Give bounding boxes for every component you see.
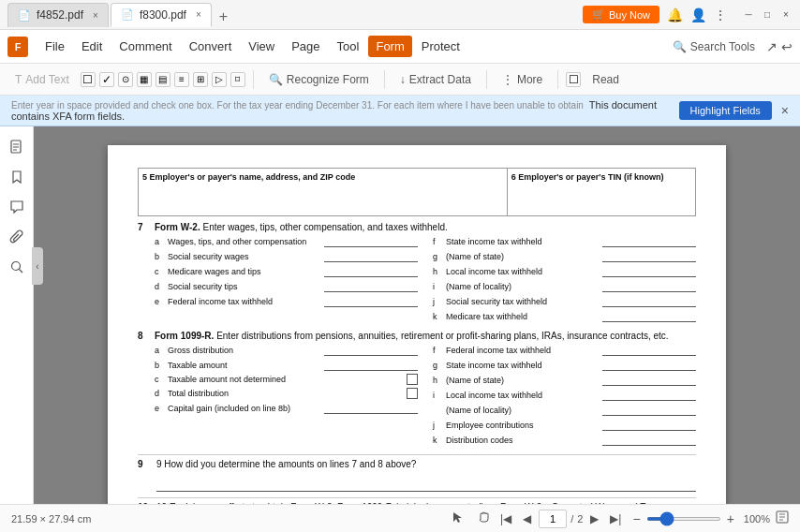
sidebar-collapse-handle[interactable]: ‹ xyxy=(32,247,43,285)
search-tools-area: 🔍 Search Tools ↗ ↩ xyxy=(673,39,793,54)
read-button[interactable]: Read xyxy=(585,70,627,89)
menu-tool[interactable]: Tool xyxy=(330,36,367,57)
field-tool-5[interactable]: ▤ xyxy=(156,72,170,87)
row-8: 8 Form 1099-R. Enter distributions from … xyxy=(138,331,696,449)
r1099-j-label: Employee contributions xyxy=(446,421,599,430)
menu-protect[interactable]: Protect xyxy=(414,36,467,57)
add-text-button[interactable]: T Add Text xyxy=(7,70,77,89)
field-5-input xyxy=(142,184,503,212)
bottom-bar: 21.59 × 27.94 cm |◀ ◀ / 2 ▶ ▶| − + 100% xyxy=(0,504,800,532)
field-tool-4[interactable]: ▦ xyxy=(137,72,152,87)
menu-comment[interactable]: Comment xyxy=(111,36,179,57)
extract-icon: ↓ xyxy=(400,73,406,86)
sidebar-pages-icon[interactable] xyxy=(4,134,30,160)
menu-page[interactable]: Page xyxy=(284,36,327,57)
toolbar-sep-1 xyxy=(253,70,254,89)
w2-i-input xyxy=(602,280,696,292)
notification-close-button[interactable]: × xyxy=(781,103,789,118)
w2-c-letter: c xyxy=(155,267,164,276)
tab-label-2: f8300.pdf xyxy=(140,8,186,22)
tab-close-1[interactable]: × xyxy=(93,10,98,21)
sidebar-search-icon[interactable] xyxy=(4,254,30,280)
svg-line-5 xyxy=(19,270,22,273)
w2-k-input xyxy=(602,310,696,322)
user-icon: 👤 xyxy=(690,7,706,22)
r1099-e: e Capital gain (included on line 8b) xyxy=(155,402,418,414)
r1099-d: d Total distribution xyxy=(155,388,418,399)
next-page-button[interactable]: ▶ xyxy=(586,510,602,527)
tab-close-2[interactable]: × xyxy=(196,9,201,20)
w2-j: j Social security tax withheld xyxy=(433,295,696,307)
recognize-form-button[interactable]: 🔍 Recognize Form xyxy=(261,70,377,89)
sidebar-bookmarks-icon[interactable] xyxy=(4,164,30,190)
w2-h-input xyxy=(602,265,696,277)
r1099-c-label: Taxable amount not determined xyxy=(168,375,403,384)
more-button[interactable]: ⋮ More xyxy=(495,70,550,89)
w2-d-letter: d xyxy=(155,282,164,291)
page-size-text: 21.59 × 27.94 cm xyxy=(11,513,91,525)
zoom-in-button[interactable]: + xyxy=(727,511,734,526)
first-page-button[interactable]: |◀ xyxy=(496,510,515,527)
field-6-input xyxy=(511,182,691,210)
w2-i-label: (Name of locality) xyxy=(446,282,599,291)
w2-a: a Wages, tips, and other compensation xyxy=(155,235,418,247)
row-10-text: 10 Explain your efforts to obtain Form W… xyxy=(156,502,696,504)
r1099-h-label: (Name of state) xyxy=(446,376,599,385)
menu-edit[interactable]: Edit xyxy=(74,36,110,57)
more-icon: ⋮ xyxy=(502,73,513,86)
field-tool-7[interactable]: ⊞ xyxy=(193,72,208,87)
r1099-a-input xyxy=(324,344,418,356)
menu-convert[interactable]: Convert xyxy=(182,36,240,57)
w2-j-label: Social security tax withheld xyxy=(446,297,599,306)
restore-button[interactable]: □ xyxy=(761,8,774,22)
page-input[interactable] xyxy=(539,510,567,528)
cursor-tool-button[interactable] xyxy=(448,509,468,528)
r1099-j-letter: j xyxy=(433,421,442,430)
extract-data-button[interactable]: ↓ Extract Data xyxy=(393,70,479,89)
pdf-page-wrapper[interactable]: 5 Employer's or payer's name, address, a… xyxy=(34,126,800,504)
field-tool-6[interactable]: ≡ xyxy=(174,72,189,87)
app-logo: F xyxy=(7,37,28,57)
r1099-d-checkbox xyxy=(407,388,418,399)
r1099-d-letter: d xyxy=(155,389,164,398)
r1099-loc-input xyxy=(602,404,696,416)
zoom-slider[interactable] xyxy=(646,517,721,521)
tab-f4852[interactable]: 📄 f4852.pdf × xyxy=(7,3,109,27)
field-tool-1[interactable]: ☐ xyxy=(81,72,96,87)
undo-icon[interactable]: ↩ xyxy=(781,39,793,54)
buy-now-button[interactable]: 🛒 Buy Now xyxy=(583,6,659,23)
field-tool-9[interactable]: ⌑ xyxy=(230,72,245,87)
prev-page-button[interactable]: ◀ xyxy=(519,510,535,527)
r1099-g-letter: g xyxy=(433,361,442,370)
r1099-a: a Gross distribution xyxy=(155,344,418,356)
svg-point-4 xyxy=(11,262,20,271)
w2-c-label: Medicare wages and tips xyxy=(168,267,320,276)
fit-page-button[interactable] xyxy=(776,510,789,526)
field-tool-8[interactable]: ▷ xyxy=(212,72,227,87)
field-6: 6 Employer's or payer's TIN (if known) xyxy=(508,169,695,215)
menu-file[interactable]: File xyxy=(37,36,72,57)
notification-text: Enter year in space provided and check o… xyxy=(11,99,670,122)
field-tool-3[interactable]: ⊙ xyxy=(118,72,133,87)
last-page-button[interactable]: ▶| xyxy=(606,510,625,527)
tab-f8300[interactable]: 📄 f8300.pdf × xyxy=(111,3,212,27)
menu-view[interactable]: View xyxy=(241,36,282,57)
tab-label-1: f4852.pdf xyxy=(37,8,83,22)
w2-f-input xyxy=(602,235,696,247)
search-tools-label[interactable]: Search Tools xyxy=(690,40,755,53)
row-9: 9 9 How did you determine the amounts on… xyxy=(138,454,696,473)
zoom-out-button[interactable]: − xyxy=(632,511,640,526)
sidebar-attachments-icon[interactable] xyxy=(4,224,30,250)
add-tab-button[interactable]: + xyxy=(214,7,233,27)
read-checkbox[interactable]: ☐ xyxy=(566,72,581,87)
more-options-icon: ⋮ xyxy=(714,7,727,22)
field-tool-2[interactable]: ✓ xyxy=(99,72,114,87)
menu-form[interactable]: Form xyxy=(368,36,411,57)
minimize-button[interactable]: ─ xyxy=(742,8,755,22)
hand-tool-button[interactable] xyxy=(472,509,493,528)
highlight-fields-button[interactable]: Highlight Fields xyxy=(679,101,772,120)
window-controls: ─ □ × xyxy=(742,8,793,22)
close-button[interactable]: × xyxy=(779,8,793,22)
sidebar-comments-icon[interactable] xyxy=(4,194,30,220)
r1099-e-letter: e xyxy=(155,404,164,413)
